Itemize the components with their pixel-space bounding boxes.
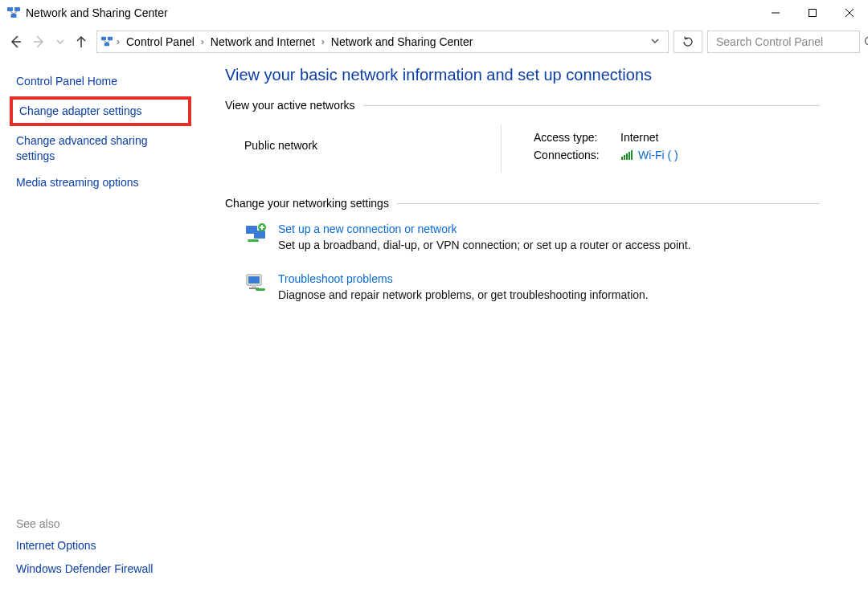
svg-rect-13 [108, 37, 113, 40]
svg-rect-19 [621, 157, 623, 160]
troubleshoot-icon [244, 272, 267, 295]
svg-line-3 [10, 11, 14, 14]
svg-line-15 [104, 40, 107, 43]
sidebar-link-change-adapter[interactable]: Change adapter settings [10, 96, 191, 126]
refresh-button[interactable] [674, 31, 702, 53]
connection-link[interactable]: Wi-Fi ( ) [638, 149, 678, 161]
minimize-button[interactable] [757, 0, 794, 26]
address-bar[interactable]: › Control Panel › Network and Internet ›… [96, 31, 669, 53]
setting-item-troubleshoot: Troubleshoot problems Diagnose and repai… [244, 272, 820, 301]
toolbar: › Control Panel › Network and Internet ›… [0, 26, 868, 58]
chevron-right-icon[interactable]: › [320, 36, 326, 47]
svg-rect-12 [101, 37, 106, 40]
svg-rect-21 [626, 153, 628, 160]
access-type-value: Internet [620, 131, 678, 144]
sidebar-link-media-streaming[interactable]: Media streaming options [16, 175, 185, 190]
divider [397, 203, 820, 204]
section-title: Change your networking settings [225, 197, 389, 210]
setting-description: Diagnose and repair network problems, or… [278, 288, 649, 301]
content: View your basic network information and … [193, 66, 868, 596]
page-heading: View your basic network information and … [225, 66, 820, 84]
breadcrumb-item[interactable]: Network and Sharing Center [328, 35, 477, 48]
see-also-link[interactable]: Windows Defender Firewall [16, 561, 185, 577]
svg-rect-22 [628, 152, 630, 160]
svg-line-4 [14, 11, 18, 14]
search-icon[interactable] [863, 35, 868, 48]
new-connection-icon [244, 222, 267, 245]
recent-locations-button[interactable] [56, 35, 64, 48]
active-networks-panel: Public network Access type: Internet Con… [225, 125, 820, 173]
sidebar-home[interactable]: Control Panel Home [16, 74, 185, 89]
search-box[interactable] [707, 31, 860, 53]
section-change-settings: Change your networking settings [225, 197, 820, 210]
svg-rect-32 [252, 285, 256, 288]
setting-title[interactable]: Set up a new connection or network [278, 222, 691, 235]
close-button[interactable] [831, 0, 868, 26]
window-icon [6, 6, 21, 20]
svg-rect-6 [809, 10, 817, 17]
svg-rect-0 [7, 7, 13, 11]
wifi-signal-icon [620, 149, 633, 161]
see-also-heading: See also [16, 517, 185, 530]
setting-description: Set up a broadband, dial-up, or VPN conn… [278, 239, 691, 251]
svg-rect-23 [631, 150, 633, 160]
svg-rect-34 [256, 288, 265, 291]
section-title: View your active networks [225, 99, 355, 112]
maximize-button[interactable] [794, 0, 831, 26]
divider [363, 105, 820, 106]
svg-rect-31 [248, 276, 260, 284]
setting-title[interactable]: Troubleshoot problems [278, 272, 649, 285]
access-type-label: Access type: [534, 131, 614, 144]
window-title: Network and Sharing Center [26, 6, 168, 19]
address-dropdown[interactable] [645, 35, 665, 48]
see-also-link[interactable]: Internet Options [16, 538, 185, 553]
title-bar: Network and Sharing Center [0, 0, 868, 26]
forward-button[interactable] [32, 35, 47, 49]
chevron-right-icon[interactable]: › [199, 36, 206, 47]
svg-line-16 [107, 40, 110, 43]
connections-label: Connections: [534, 149, 614, 161]
nav-buttons [8, 35, 88, 49]
network-type: Public network [244, 125, 502, 173]
chevron-right-icon[interactable]: › [115, 36, 121, 47]
svg-rect-20 [624, 155, 625, 160]
address-icon [100, 35, 113, 48]
search-input[interactable] [714, 35, 858, 49]
svg-rect-25 [254, 231, 265, 239]
setting-item-new-connection: Set up a new connection or network Set u… [244, 222, 820, 251]
up-button[interactable] [74, 35, 88, 49]
svg-rect-1 [14, 7, 20, 11]
network-type-label: Public network [244, 139, 317, 152]
svg-rect-14 [104, 43, 109, 46]
svg-point-17 [866, 38, 869, 45]
svg-rect-28 [260, 227, 264, 228]
svg-rect-2 [11, 14, 17, 18]
window-controls [757, 0, 868, 26]
svg-rect-29 [248, 239, 259, 242]
sidebar: Control Panel Home Change adapter settin… [0, 66, 193, 596]
breadcrumb-item[interactable]: Control Panel [123, 35, 198, 48]
breadcrumb-item[interactable]: Network and Internet [207, 35, 318, 48]
sidebar-link-change-sharing[interactable]: Change advanced sharing settings [16, 133, 185, 164]
back-button[interactable] [8, 35, 23, 49]
section-active-networks: View your active networks [225, 99, 820, 112]
see-also: See also Internet Options Windows Defend… [16, 517, 185, 588]
